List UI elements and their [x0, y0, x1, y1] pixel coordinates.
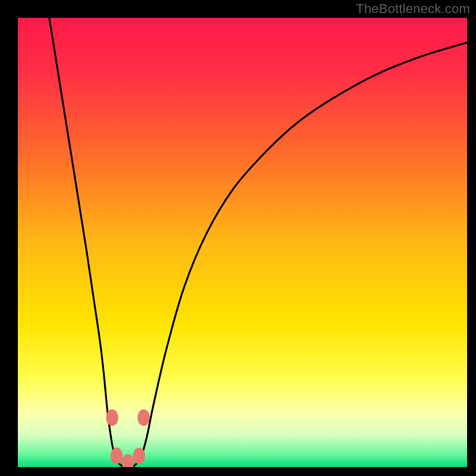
watermark-text: TheBottleneck.com	[356, 1, 470, 17]
plot-svg	[18, 18, 467, 467]
curve-marker	[137, 409, 149, 426]
chart-frame: TheBottleneck.com	[0, 0, 476, 476]
curve-marker	[133, 447, 145, 464]
curve-marker	[111, 447, 123, 464]
curve-marker	[106, 409, 118, 426]
plot-area	[18, 18, 467, 467]
